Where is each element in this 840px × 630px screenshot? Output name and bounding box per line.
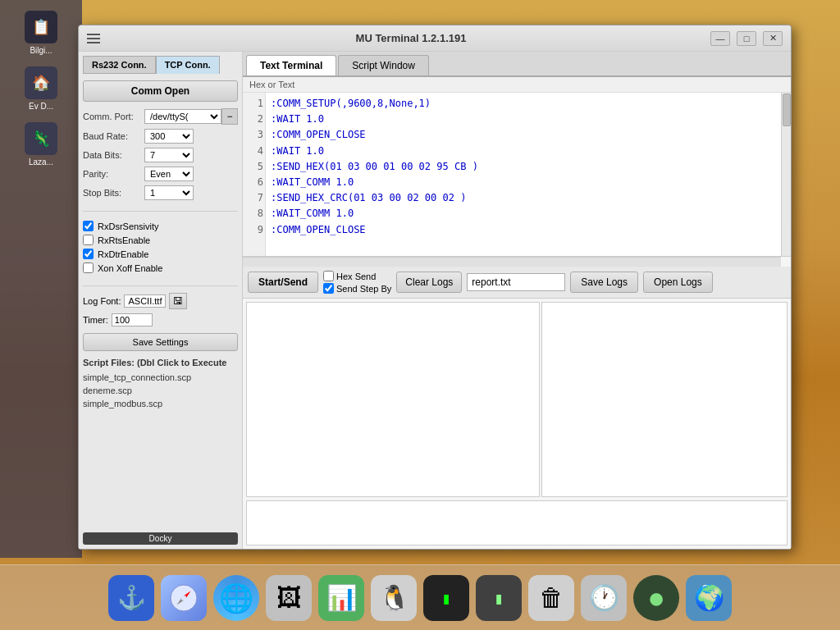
script-file-item-1[interactable]: simple_tcp_connection.scp	[83, 371, 238, 384]
tab-rs232[interactable]: Rs232 Conn.	[83, 56, 156, 74]
checkboxes-section: RxDsrSensivity RxRtsEnable RxDtrEnable X…	[83, 218, 238, 279]
left-panel: Rs232 Conn. TCP Conn. Comm Open Comm. Po…	[79, 52, 243, 549]
tab-tcp[interactable]: TCP Conn.	[156, 56, 220, 74]
scrollbar-thumb[interactable]	[783, 94, 791, 126]
menu-icon[interactable]	[87, 30, 103, 47]
docky-bar: Docky	[83, 532, 238, 545]
timer-input[interactable]	[112, 313, 153, 326]
log-font-value: ASCII.ttf	[124, 294, 166, 308]
comm-open-button[interactable]: Comm Open	[83, 80, 238, 102]
xon-checkbox[interactable]	[83, 262, 94, 273]
taskbar-item-bilgi[interactable]: 📋 Bilgi...	[8, 8, 74, 57]
tab-text-terminal[interactable]: Text Terminal	[246, 55, 336, 75]
hex-send-row: Hex Send	[323, 271, 391, 281]
xon-label: Xon Xoff Enable	[98, 263, 162, 273]
taskbar-icon-laza: 🦎	[25, 122, 57, 155]
main-tabs: Text Terminal Script Window	[243, 52, 791, 77]
bottom-log-panel[interactable]	[246, 500, 788, 546]
left-taskbar: 📋 Bilgi... 🏠 Ev D... 🦎 Laza...	[0, 0, 82, 558]
code-vertical-scrollbar[interactable]	[781, 93, 791, 256]
rxdtr-label: RxDtrEnable	[98, 249, 148, 259]
close-button[interactable]: ✕	[763, 31, 783, 46]
dock-icon-clock[interactable]: 🕐	[581, 575, 627, 621]
stop-bits-label: Stop Bits:	[83, 188, 144, 198]
baud-rate-label: Baud Rate:	[83, 131, 144, 141]
send-step-label: Send Step By	[336, 284, 391, 294]
script-file-item-2[interactable]: deneme.scp	[83, 384, 238, 397]
window-content: Rs232 Conn. TCP Conn. Comm Open Comm. Po…	[79, 52, 791, 549]
taskbar-item-laza[interactable]: 🦎 Laza...	[8, 120, 74, 169]
dock-icon-world[interactable]: 🌍	[686, 575, 732, 621]
rxdsr-checkbox[interactable]	[83, 221, 94, 231]
parity-row: Parity: Even Odd None	[83, 167, 238, 181]
open-logs-button[interactable]: Open Logs	[643, 272, 713, 293]
font-picker-button[interactable]: 🖫	[169, 293, 187, 309]
dock-icon-terminal1[interactable]: ▮	[423, 575, 469, 621]
docky-label: Docky	[149, 534, 172, 543]
dock-icon-globe[interactable]: 🌐	[213, 575, 259, 621]
svg-point-0	[171, 585, 197, 611]
log-font-row: Log Font: ASCII.ttf 🖫	[83, 293, 238, 309]
send-step-checkbox[interactable]	[323, 283, 334, 294]
dock-icon-spreadsheet[interactable]: 📊	[318, 575, 364, 621]
right-panel: Text Terminal Script Window Hex or Text …	[243, 52, 791, 549]
log-panel-right[interactable]	[541, 302, 788, 497]
tab-script-window[interactable]: Script Window	[338, 55, 429, 75]
hex-send-checkbox[interactable]	[323, 271, 334, 281]
rxdsr-row: RxDsrSensivity	[83, 221, 238, 231]
dock-icon-trash[interactable]: 🗑	[528, 575, 574, 621]
code-horizontal-scrollbar[interactable]	[243, 257, 781, 267]
data-bits-label: Data Bits:	[83, 150, 144, 160]
window-title: MU Terminal 1.2.1.191	[112, 32, 710, 44]
dock-icon-green-dot[interactable]: ●	[633, 575, 679, 621]
comm-port-select[interactable]: /dev/ttyS(	[144, 109, 221, 124]
baud-rate-select[interactable]: 300 9600 115200	[144, 129, 194, 144]
main-window: MU Terminal 1.2.1.191 — □ ✕ Rs232 Conn. …	[78, 25, 792, 550]
clear-logs-button[interactable]: Clear Logs	[396, 272, 462, 293]
dock-icon-tux[interactable]: 🐧	[371, 575, 417, 621]
report-filename-input[interactable]	[467, 273, 565, 291]
comm-port-minus-button[interactable]: −	[221, 108, 238, 125]
rxrts-row: RxRtsEnable	[83, 235, 238, 245]
log-panel-left[interactable]	[246, 302, 540, 497]
dock-icon-terminal2[interactable]: ▮	[476, 575, 522, 621]
xon-row: Xon Xoff Enable	[83, 262, 238, 273]
rxdsr-label: RxDsrSensivity	[98, 221, 159, 231]
taskbar-icon-ev: 🏠	[25, 66, 57, 99]
rxdtr-row: RxDtrEnable	[83, 249, 238, 259]
baud-rate-row: Baud Rate: 300 9600 115200	[83, 129, 238, 144]
rxrts-checkbox[interactable]	[83, 235, 94, 245]
comm-port-row: Comm. Port: /dev/ttyS( −	[83, 108, 238, 125]
code-content[interactable]: :COMM_SETUP(,9600,8,None,1) :WAIT 1.0 :C…	[266, 93, 781, 256]
script-file-item-3[interactable]: simple_modbus.scp	[83, 397, 238, 410]
minimize-button[interactable]: —	[710, 31, 730, 46]
data-bits-row: Data Bits: 7 8	[83, 148, 238, 162]
taskbar-label-ev: Ev D...	[29, 102, 53, 111]
bottom-dock: ⚓ 🌐 🖼 📊 🐧 ▮ ▮ 🗑 🕐 ● 🌍	[0, 564, 840, 630]
desktop: 📋 Bilgi... 🏠 Ev D... 🦎 Laza... MU Termin…	[0, 0, 840, 630]
log-font-label: Log Font:	[83, 296, 121, 306]
timer-row: Timer:	[83, 313, 238, 326]
timer-label: Timer:	[83, 315, 108, 325]
dock-icon-photos[interactable]: 🖼	[266, 575, 312, 621]
comm-port-label: Comm. Port:	[83, 112, 144, 121]
taskbar-item-ev[interactable]: 🏠 Ev D...	[8, 64, 74, 113]
taskbar-label-laza: Laza...	[29, 158, 53, 167]
toolbar-area: Start/Send Hex Send Send Step By C	[243, 267, 791, 299]
stop-bits-row: Stop Bits: 1 2	[83, 185, 238, 200]
window-controls: — □ ✕	[710, 31, 783, 46]
parity-select[interactable]: Even Odd None	[144, 167, 194, 181]
data-bits-select[interactable]: 7 8	[144, 148, 194, 162]
send-step-row: Send Step By	[323, 283, 391, 294]
save-logs-button[interactable]: Save Logs	[570, 272, 638, 293]
save-settings-button[interactable]: Save Settings	[83, 333, 238, 351]
rxdtr-checkbox[interactable]	[83, 249, 94, 259]
maximize-button[interactable]: □	[737, 31, 756, 46]
code-area-wrapper: 1 2 3 4 5 6 7 8 9 :COMM_SE	[243, 93, 791, 257]
dock-icon-anchor[interactable]: ⚓	[108, 575, 154, 621]
window-titlebar: MU Terminal 1.2.1.191 — □ ✕	[79, 25, 791, 52]
dock-icon-safari[interactable]	[161, 575, 207, 621]
stop-bits-select[interactable]: 1 2	[144, 185, 194, 200]
script-files-label: Script Files: (Dbl Click to Execute	[83, 358, 238, 368]
start-send-button[interactable]: Start/Send	[248, 272, 318, 293]
